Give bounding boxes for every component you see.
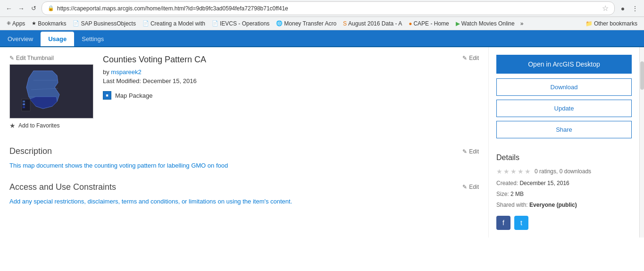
facebook-icon: f [502,219,504,227]
twitter-share-button[interactable]: t [514,216,528,230]
size-label: Size: [496,191,509,197]
ievcs-icon: 📄 [212,20,218,26]
bookmarks-bar: ⁜ Apps ★ Bookmarks 📄 SAP BusinessObjects… [0,17,644,30]
bookmarks-label: Bookmarks [38,20,66,27]
extensions-button[interactable]: ● [618,3,628,14]
item-details-column: Counties Voting Pattern CA ✎ Edit by msp… [103,55,479,132]
svg-rect-7 [23,101,25,102]
bookmark-creating[interactable]: 📄 Creating a Model with [140,19,208,28]
item-last-modified: Last Modified: December 15, 2016 [103,77,479,85]
apps-grid-icon: ⁜ [7,20,11,26]
sidebar: Open in ArcGIS Desktop Download Update S… [488,47,639,237]
edit-thumbnail-link[interactable]: ✎ Edit Thumbnail [9,55,54,61]
map-package-icon: ■ [103,91,111,100]
august-label: August 2016 Data - A [348,20,402,27]
nav-buttons: ← → ↺ [4,3,39,14]
description-header: Description ✎ Edit [9,146,479,156]
edit-pencil-icon: ✎ [462,55,467,61]
other-bookmarks[interactable]: 📁 Other bookmarks [583,19,640,28]
bookmark-bookmarks[interactable]: ★ Bookmarks [29,19,69,28]
item-title: Counties Voting Pattern CA [103,55,206,65]
august-icon: S [343,20,347,27]
created-label: Created: [496,180,518,186]
author-link[interactable]: mspareek2 [111,68,141,76]
access-title: Access and Use Constraints [9,182,116,192]
bookmark-money[interactable]: 🌐 Money Transfer Acro [273,19,339,28]
bookmark-cape[interactable]: ● CAPE - Home [406,19,452,28]
description-edit-link[interactable]: ✎ Edit [462,148,479,155]
browser-chrome: ← → ↺ 🔒 https://capeportal.maps.arcgis.c… [0,0,644,17]
scrollbar-track[interactable] [639,47,644,237]
details-title: Details [496,153,632,162]
ratings-row: ★★★★★ 0 ratings, 0 downloads [496,168,632,175]
shared-row: Shared with: Everyone (public) [496,201,632,210]
tab-overview[interactable]: Overview [0,32,41,46]
access-body: Add any special restrictions, disclaimer… [9,197,479,207]
details-section: Details ★★★★★ 0 ratings, 0 downloads Cre… [496,153,632,230]
tab-usage[interactable]: Usage [41,32,74,46]
lock-icon: 🔒 [48,5,54,11]
description-section: Description ✎ Edit This map document sho… [9,146,479,171]
bookmark-star-icon[interactable]: ☆ [602,4,609,13]
favorites-star-icon: ★ [9,122,16,129]
facebook-share-button[interactable]: f [496,216,510,230]
creating-label: Creating a Model with [151,20,205,27]
item-edit-link[interactable]: ✎ Edit [462,55,479,61]
page-tabs: Overview Usage Settings [0,30,644,47]
access-constraints-section: Access and Use Constraints ✎ Edit Add an… [9,182,479,207]
desc-edit-pencil-icon: ✎ [462,148,467,155]
item-title-row: Counties Voting Pattern CA ✎ Edit [103,55,479,65]
url-text: https://capeportal.maps.arcgis.com/home/… [57,5,599,12]
rating-stars: ★★★★★ [496,168,532,175]
map-package-row: ■ Map Package [103,91,479,100]
star-bookmark-icon: ★ [32,20,36,26]
movies-label: Watch Movies Online [461,20,515,27]
description-body: This map document shows the counting vot… [9,161,479,171]
reload-button[interactable]: ↺ [28,3,39,14]
bookmark-apps[interactable]: ⁜ Apps [4,19,28,28]
update-button[interactable]: Update [496,100,632,117]
access-header: Access and Use Constraints ✎ Edit [9,182,479,192]
description-title: Description [9,146,52,156]
access-edit-pencil-icon: ✎ [462,184,467,190]
money-label: Money Transfer Acro [284,20,336,27]
menu-button[interactable]: ⋮ [630,3,640,14]
download-button[interactable]: Download [496,78,632,96]
content-area: ✎ Edit Thumbnail [0,47,488,237]
created-row: Created: December 15, 2016 [496,179,632,188]
size-value: 2 MB [510,191,524,197]
item-header: ✎ Edit Thumbnail [9,55,479,132]
browser-actions: ● ⋮ [618,3,640,14]
tab-settings[interactable]: Settings [74,32,111,46]
add-to-favorites-button[interactable]: ★ Add to Favorites [9,119,93,132]
map-package-label: Map Package [115,92,153,99]
bookmark-movies[interactable]: ▶ Watch Movies Online [453,19,518,28]
money-icon: 🌐 [276,20,283,26]
other-label: Other bookmarks [594,20,637,27]
cape-icon: ● [409,20,412,27]
bookmark-august[interactable]: S August 2016 Data - A [340,19,405,28]
cape-label: CAPE - Home [413,20,449,27]
thumbnail-column: ✎ Edit Thumbnail [9,55,93,132]
ratings-text: 0 ratings, 0 downloads [535,168,591,175]
scrollbar-thumb[interactable] [640,61,644,90]
forward-button[interactable]: → [16,3,26,14]
folder-icon: 📁 [585,20,593,27]
url-bar[interactable]: 🔒 https://capeportal.maps.arcgis.com/hom… [42,1,615,15]
share-button[interactable]: Share [496,121,632,138]
sap-label: SAP BusinessObjects [81,20,136,27]
doc-icon: 📄 [142,20,149,26]
back-button[interactable]: ← [4,3,14,14]
svg-rect-9 [23,106,25,108]
main-wrapper: ✎ Edit Thumbnail [0,47,644,237]
play-icon: ▶ [456,20,460,27]
open-arcgis-desktop-button[interactable]: Open in ArcGIS Desktop [496,55,632,74]
created-value: December 15, 2016 [519,180,569,186]
pencil-icon: ✎ [9,55,14,61]
size-row: Size: 2 MB [496,190,632,199]
bookmark-ievcs[interactable]: 📄 IEVCS - Operations [209,19,272,28]
more-bookmarks-button[interactable]: » [519,19,526,28]
access-edit-link[interactable]: ✎ Edit [462,184,479,190]
bookmark-sap[interactable]: 📄 SAP BusinessObjects [70,19,139,28]
apps-label: Apps [12,20,25,27]
